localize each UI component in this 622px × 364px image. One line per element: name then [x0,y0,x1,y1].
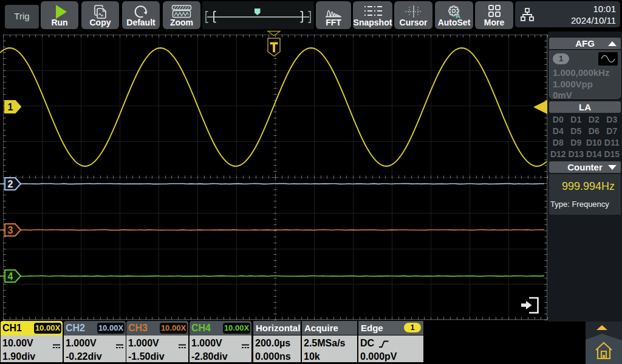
svg-text:3: 3 [8,225,13,235]
svg-text:2: 2 [8,179,13,189]
svg-text:1: 1 [8,102,13,112]
svg-text:4: 4 [8,271,13,281]
